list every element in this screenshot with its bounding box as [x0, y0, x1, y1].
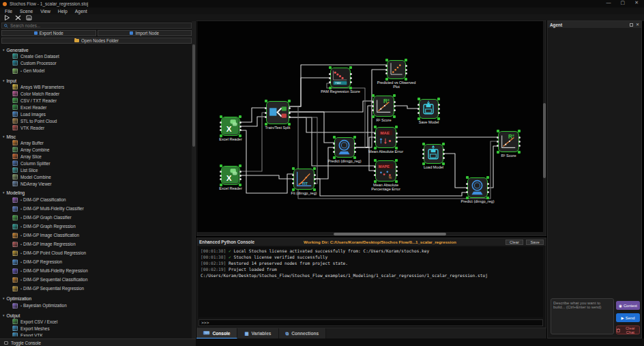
menu-scene[interactable]: Scene — [20, 9, 33, 14]
output-port[interactable] — [314, 182, 316, 184]
input-port[interactable] — [292, 174, 294, 176]
output-port[interactable] — [354, 151, 356, 153]
output-port[interactable] — [354, 143, 356, 145]
canvas-node-save-model[interactable]: Save Model — [419, 99, 439, 119]
clear-chat-button[interactable]: Clear Chat — [616, 326, 640, 334]
output-port[interactable] — [396, 141, 398, 143]
output-port[interactable] — [443, 157, 445, 159]
node-item-column-splitter[interactable]: Column Splitter — [3, 160, 192, 167]
category-misc[interactable]: ▾Misc — [3, 134, 192, 139]
input-port[interactable] — [329, 81, 331, 83]
input-port[interactable] — [220, 126, 222, 128]
search-input[interactable] — [10, 23, 181, 28]
context-button[interactable]: ◉Context — [616, 301, 640, 310]
tab-console[interactable]: ⌨Console — [196, 328, 237, 338]
canvas-vertical-thumb[interactable] — [543, 103, 546, 178]
input-port[interactable] — [422, 157, 424, 159]
node-item-export-vtk[interactable]: Export VTK — [3, 332, 192, 336]
output-port[interactable] — [405, 72, 407, 74]
output-port[interactable] — [487, 191, 489, 193]
run-icon[interactable] — [4, 15, 10, 20]
input-port[interactable] — [220, 175, 222, 177]
node-item-bayesian-optimization[interactable]: •Bayesian Optimization — [3, 301, 192, 310]
node-item-dim-gp-point-cloud-regression[interactable]: •DIM-GP Point Cloud Regression — [3, 248, 192, 257]
close-panel-icon[interactable]: ✕ — [636, 23, 639, 27]
output-port[interactable] — [487, 183, 489, 185]
node-item-dim-gp-classification[interactable]: •DIM-GP Classification — [3, 195, 192, 204]
input-port[interactable] — [329, 77, 331, 79]
output-port[interactable] — [394, 109, 396, 111]
canvas-node-predict-dimgp-reg-[interactable]: Predict (dimgp_reg) — [467, 177, 488, 198]
console-input[interactable]: >>> — [199, 319, 543, 326]
node-item-export-meshes[interactable]: Export Meshes — [3, 325, 192, 332]
save-icon[interactable] — [26, 15, 32, 20]
input-port[interactable] — [418, 112, 420, 114]
output-port[interactable] — [396, 174, 398, 176]
canvas-node-mean-absolute-error[interactable]: MAEMean Absolute Error — [375, 127, 396, 148]
canvas-node-r-score[interactable]: R²R² Score — [373, 96, 394, 117]
canvas-node-train-test-split[interactable]: Train/Test Split — [266, 101, 289, 124]
node-item-gen-model[interactable]: •Gen Model — [3, 66, 192, 75]
output-port[interactable] — [239, 129, 241, 131]
input-port[interactable] — [374, 170, 376, 172]
node-item-load-images[interactable]: Load Images — [3, 111, 192, 117]
node-item-dim-gp-multi-fidelity-classifier[interactable]: •DIM-GP Multi-Fidelity Classifier — [3, 204, 192, 213]
input-port[interactable] — [333, 151, 335, 153]
minimize-button[interactable]: — — [606, 0, 611, 5]
canvas-node-fit-dimgp-reg-[interactable]: FITFit (dimgp_reg) — [293, 169, 314, 190]
node-item-dim-gp-regression[interactable]: •DIM-GP Regression — [3, 257, 192, 266]
canvas-node-r-score[interactable]: R²R² Score — [498, 131, 519, 152]
output-port[interactable] — [314, 178, 316, 180]
input-port[interactable] — [497, 141, 499, 143]
node-item-ndarray-viewer[interactable]: NDArray Viewer — [3, 180, 192, 187]
send-button[interactable]: ▶Send — [616, 313, 640, 322]
canvas-node-predict-dimgp-reg-[interactable]: Predict (dimgp_reg) — [334, 137, 355, 158]
input-port[interactable] — [372, 105, 374, 107]
stop-icon[interactable] — [15, 15, 21, 20]
canvas-node-mean-absolute-percentage-error[interactable]: MAPE%Mean Absolute Percentage Error — [375, 160, 396, 182]
input-port[interactable] — [220, 121, 222, 124]
input-port[interactable] — [418, 108, 420, 110]
input-port[interactable] — [374, 166, 376, 168]
output-port[interactable] — [396, 136, 398, 139]
node-item-list-slice[interactable]: List Slice — [3, 167, 192, 173]
category-output[interactable]: ▾Output — [3, 313, 192, 318]
node-item-array-buffer[interactable]: Array Buffer — [3, 139, 192, 146]
input-port[interactable] — [374, 136, 376, 139]
tab-connections[interactable]: ⧉Connections — [279, 328, 327, 338]
output-port[interactable] — [443, 149, 445, 151]
popout-icon[interactable] — [630, 23, 633, 27]
node-item-dim-gp-image-regression[interactable]: •DIM-GP Image Regression — [3, 240, 192, 248]
node-item-vtk-reader[interactable]: VTK Reader — [3, 124, 192, 131]
output-port[interactable] — [405, 69, 407, 71]
output-port[interactable] — [438, 112, 440, 114]
node-item-stl-to-point-cloud[interactable]: STL to Point Cloud — [3, 117, 192, 124]
toggle-console-button[interactable]: Toggle Console — [0, 338, 196, 346]
output-port[interactable] — [396, 170, 398, 172]
canvas-horizontal-scrollbar[interactable] — [197, 232, 546, 235]
menu-agent[interactable]: Agent — [75, 9, 87, 14]
canvas-node-excel-reader[interactable]: XExcel Reader — [221, 117, 240, 136]
output-port[interactable] — [350, 77, 352, 79]
sidebar-scrollbar-thumb[interactable] — [192, 44, 195, 147]
output-port[interactable] — [354, 147, 356, 149]
input-port[interactable] — [333, 147, 335, 149]
menu-file[interactable]: File — [5, 9, 12, 14]
output-port[interactable] — [405, 65, 407, 67]
output-port[interactable] — [518, 145, 521, 147]
open-nodes-folder-button[interactable]: Open Nodes Folder — [1, 38, 192, 44]
input-port[interactable] — [374, 132, 376, 134]
node-item-ansys-wb-parameters[interactable]: Ansys WB Parameters — [3, 83, 192, 90]
input-port[interactable] — [466, 191, 468, 193]
canvas-node-load-model[interactable]: Load Model — [424, 144, 443, 164]
maximize-button[interactable]: ▢ — [621, 0, 626, 5]
canvas-vertical-scrollbar[interactable] — [543, 21, 546, 236]
input-port[interactable] — [422, 153, 424, 155]
output-port[interactable] — [487, 187, 489, 189]
node-item-custom-processor[interactable]: Custom Processor — [3, 59, 192, 66]
input-port[interactable] — [265, 112, 267, 114]
output-port[interactable] — [239, 121, 241, 124]
output-port[interactable] — [438, 104, 440, 106]
output-port[interactable] — [239, 178, 241, 180]
canvas-node-pam-regression-score[interactable]: PAMPAM Regression Score — [330, 68, 351, 88]
